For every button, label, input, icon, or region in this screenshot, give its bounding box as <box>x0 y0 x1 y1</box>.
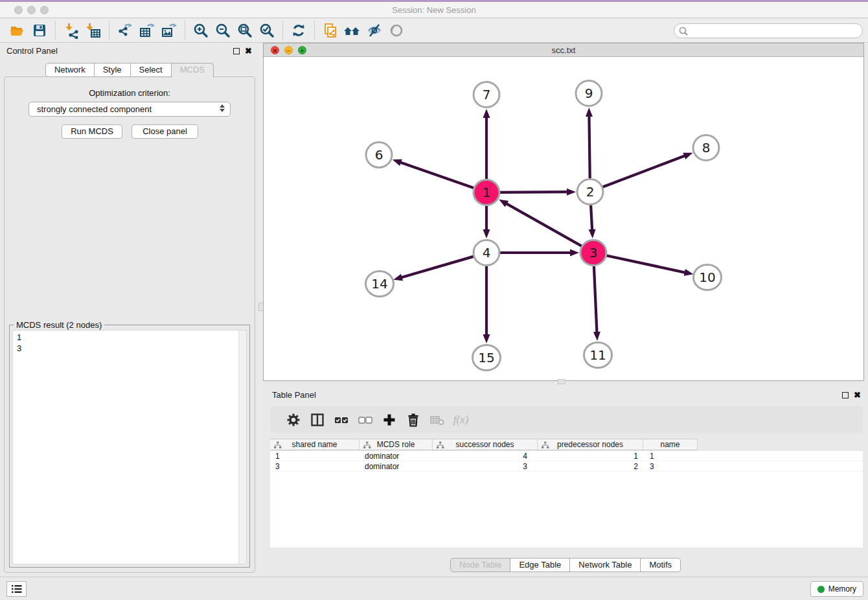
edge-arrowhead <box>593 332 600 341</box>
table-cell: dominator <box>360 451 433 461</box>
deselect-all-columns-icon[interactable] <box>353 410 377 430</box>
table-tab-edge-table[interactable]: Edge Table <box>510 558 570 572</box>
search-input[interactable] <box>689 24 862 38</box>
column-header-predecessor-nodes[interactable]: predecessor nodes <box>538 439 643 450</box>
edge-arrowhead <box>393 274 403 281</box>
close-panel-icon[interactable]: ✖ <box>245 46 252 56</box>
toolbar-separator <box>185 21 185 40</box>
toolbar-separator <box>109 21 109 40</box>
mcds-result-title: MCDS result (2 nodes) <box>14 320 104 330</box>
table-tab-network-table[interactable]: Network Table <box>569 558 641 572</box>
memory-status-icon <box>817 586 825 593</box>
network-view-window: ✕ − + scc.txt 1234678910111415 <box>263 43 864 381</box>
mcds-result-group: MCDS result (2 nodes) 13 <box>9 325 250 568</box>
table-cell: 1 <box>538 451 643 461</box>
table-toolbar: f(x) <box>271 406 863 433</box>
edge-arrowhead <box>567 189 576 196</box>
memory-button[interactable]: Memory <box>810 581 863 597</box>
task-history-button[interactable] <box>6 581 27 597</box>
control-panel-title: Control Panel <box>6 46 58 56</box>
import-network-icon[interactable] <box>60 21 82 40</box>
column-header-MCDS-role[interactable]: MCDS role <box>360 439 433 450</box>
table-panel-title: Table Panel <box>272 390 316 400</box>
table-row[interactable]: 3dominator323 <box>270 461 863 472</box>
control-panel: Control Panel ✖ NetworkStyleSelectMCDS O… <box>0 43 259 577</box>
zoom-in-icon[interactable] <box>190 21 212 40</box>
delete-table-icon[interactable] <box>425 410 449 430</box>
table-cell: 3 <box>270 461 360 471</box>
select-all-columns-icon[interactable] <box>329 410 353 430</box>
graph-node-label: 11 <box>589 347 606 363</box>
network-graph[interactable]: 1234678910111415 <box>264 57 863 380</box>
control-panel-tabs: NetworkStyleSelectMCDS <box>0 63 259 78</box>
show-glass-panel-icon[interactable] <box>385 21 407 40</box>
graph-edge-3-10[interactable] <box>607 255 686 272</box>
graph-edge-2-9[interactable] <box>589 115 589 178</box>
split-table-icon[interactable] <box>305 410 329 430</box>
control-tab-select[interactable]: Select <box>130 63 172 77</box>
graph-edge-1-6[interactable] <box>400 162 474 188</box>
table-row[interactable]: 1dominator411 <box>270 451 863 461</box>
control-tab-style[interactable]: Style <box>94 63 131 77</box>
export-network-icon[interactable] <box>114 21 136 40</box>
table-tab-node-table[interactable]: Node Table <box>450 558 511 572</box>
network-window-titlebar[interactable]: ✕ − + scc.txt <box>264 43 863 57</box>
table-body[interactable]: 1dominator4113dominator323 <box>270 451 863 548</box>
graph-edge-4-14[interactable] <box>401 257 474 278</box>
export-image-icon[interactable] <box>158 21 180 40</box>
toolbar-separator <box>55 21 56 40</box>
edge-arrowhead <box>589 229 596 238</box>
zoom-fit-icon[interactable] <box>234 21 256 40</box>
add-column-icon[interactable] <box>377 410 401 430</box>
float-panel-icon[interactable] <box>233 48 240 54</box>
network-view-title: scc.txt <box>264 43 863 57</box>
close-table-panel-icon[interactable]: ✖ <box>854 390 861 400</box>
graph-node-label: 1 <box>483 185 491 200</box>
graph-node-label: 7 <box>483 87 491 102</box>
search-box[interactable] <box>674 23 863 38</box>
float-table-panel-icon[interactable] <box>842 392 849 398</box>
export-table-icon[interactable] <box>136 21 158 40</box>
zoom-selected-icon[interactable] <box>256 21 278 40</box>
first-neighbors-icon[interactable] <box>341 21 363 40</box>
graph-edge-2-3[interactable] <box>591 205 592 231</box>
table-tab-motifs[interactable]: Motifs <box>640 558 681 572</box>
column-settings-icon[interactable] <box>281 410 305 430</box>
control-tab-mcds[interactable]: MCDS <box>171 63 214 78</box>
delete-column-icon[interactable] <box>401 410 425 430</box>
run-mcds-button[interactable]: Run MCDS <box>62 124 122 139</box>
zoom-out-icon[interactable] <box>212 21 234 40</box>
open-session-icon[interactable] <box>6 21 29 40</box>
graph-edge-1-2[interactable] <box>500 192 568 192</box>
refresh-view-icon[interactable] <box>288 21 310 40</box>
horizontal-splitter-grip[interactable] <box>558 379 565 384</box>
graph-node-label: 9 <box>585 86 593 101</box>
criterion-select[interactable]: strongly connected component <box>29 102 231 117</box>
mcds-result-list[interactable]: 13 <box>12 330 247 564</box>
graph-edge-2-8[interactable] <box>603 156 686 187</box>
clone-network-icon[interactable] <box>319 21 341 40</box>
edge-arrowhead <box>683 153 692 159</box>
graph-node-label: 3 <box>589 245 598 260</box>
memory-label: Memory <box>828 584 856 594</box>
table-cell: 3 <box>643 461 698 471</box>
graph-node-label: 15 <box>478 350 494 365</box>
select-stepper-icon <box>218 104 226 112</box>
column-header-successor-nodes[interactable]: successor nodes <box>433 439 538 450</box>
save-session-icon[interactable] <box>29 21 51 40</box>
column-header-name[interactable]: name <box>643 439 698 450</box>
edge-arrowhead <box>586 108 593 117</box>
control-tab-network[interactable]: Network <box>45 63 95 77</box>
list-icon <box>10 583 23 595</box>
column-header-shared-name[interactable]: shared name <box>270 439 360 450</box>
result-scrollbar[interactable] <box>238 330 246 564</box>
graph-edge-3-11[interactable] <box>594 266 597 333</box>
import-table-icon[interactable] <box>82 21 104 40</box>
function-builder-icon[interactable]: f(x) <box>449 410 473 430</box>
hide-glass-panel-icon[interactable] <box>363 21 385 40</box>
table-cell: 4 <box>433 451 538 461</box>
graph-edge-3-1[interactable] <box>506 203 582 246</box>
close-panel-button[interactable]: Close panel <box>131 124 198 139</box>
mcds-result-line: 1 <box>13 332 246 343</box>
network-canvas[interactable]: 1234678910111415 <box>264 57 863 380</box>
